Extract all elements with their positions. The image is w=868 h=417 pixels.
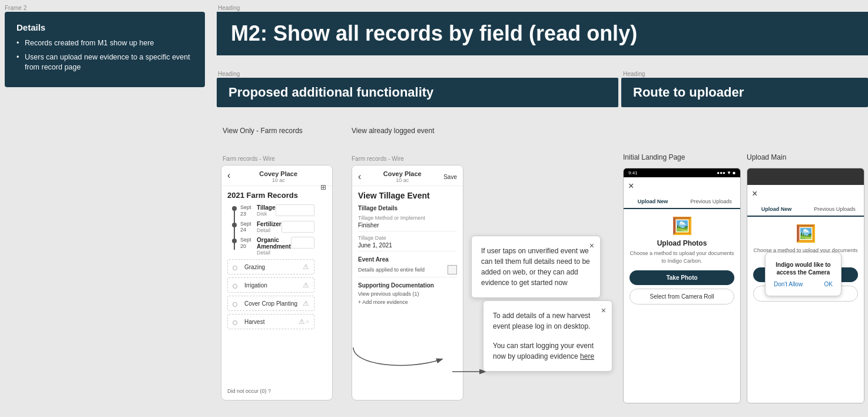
upload-main-tabs: Upload New Previous Uploads: [747, 203, 864, 217]
phone2-view-uploads[interactable]: View previous uploads (1): [358, 291, 457, 297]
landing-upload-body: 🖼️ Upload Photos Choose a method to uplo…: [624, 209, 740, 312]
phone2-field2-value: June 1, 2021: [358, 242, 457, 251]
popup2-link[interactable]: here: [580, 352, 594, 360]
timeline-content-1: Fertilizer Detail: [257, 221, 281, 233]
upload-main-tab-previous[interactable]: Previous Uploads: [806, 203, 864, 216]
landing-phone: 9:41 ●●● ▼ ■ × Upload New Previous Uploa…: [623, 168, 741, 403]
route-title: Route to uploader: [633, 85, 856, 100]
landing-close-icon[interactable]: ×: [628, 181, 634, 191]
upload-desc: Choose a method to upload your documents…: [630, 250, 734, 264]
proposed-section-heading: Proposed additional functionality: [217, 78, 618, 107]
tab-previous-uploads[interactable]: Previous Uploads: [682, 195, 740, 208]
dialog-buttons: Don't Allow OK: [774, 281, 833, 287]
dialog-title: Indigo would like to access the Camera: [774, 261, 833, 276]
phone2-area-checkbox: [448, 265, 457, 274]
popup1-text: If user taps on unverified event we can …: [481, 246, 591, 288]
upload-main-image-icon: 🖼️: [753, 224, 858, 243]
upload-main-tab-new[interactable]: Upload New: [747, 203, 806, 217]
popup2-modal: × To add details of a new harvest event …: [483, 300, 612, 372]
phone2-field2-label: Tillage Date: [358, 235, 457, 241]
unverified-0[interactable]: Grazing ⚠: [227, 259, 314, 274]
unverified-3[interactable]: Harvest ⚠ ○: [227, 314, 314, 329]
route-heading-label: Heading: [623, 71, 645, 77]
phone1-title: Covey Place: [227, 170, 326, 177]
status-signal: ●●● ▼ ■: [717, 170, 736, 176]
dialog-dont-allow[interactable]: Don't Allow: [774, 281, 803, 287]
status-time: 9:41: [628, 170, 638, 176]
dialog-ok[interactable]: OK: [824, 281, 833, 287]
popup2-text-line2: You can start logging your event now by …: [493, 340, 602, 362]
phone2-section2: Event Area: [358, 256, 457, 263]
details-title: Details: [16, 22, 193, 32]
proposed-title: Proposed additional functionality: [228, 85, 607, 100]
camera-dialog: Indigo would like to access the Camera D…: [765, 252, 842, 296]
phone2-field1-value: Finisher: [358, 222, 457, 231]
phone2-section1: Tillage Details: [358, 205, 457, 211]
phone1-back[interactable]: ‹: [227, 170, 230, 181]
camera-roll-button[interactable]: Select from Camera Roll: [630, 289, 734, 305]
phone2-section2-detail: Details applied to entire field: [358, 267, 425, 273]
timeline-item-1: Sept24 Fertilizer Detail: [232, 221, 314, 234]
upload-main-label: Upload Main: [747, 153, 786, 161]
timeline-date-1: Sept24: [240, 221, 257, 234]
upload-main-phone: × Upload New Previous Uploads 🖼️ Choose …: [747, 168, 864, 403]
route-section-heading: Route to uploader: [621, 78, 868, 107]
upload-main-close-icon[interactable]: ×: [752, 188, 757, 199]
timeline-date-0: Sept23: [240, 204, 257, 217]
unverified-2[interactable]: Cover Crop Planting ⚠: [227, 296, 314, 311]
details-list: Records created from M1 show up here Use…: [16, 38, 193, 73]
tab-upload-new[interactable]: Upload New: [624, 195, 682, 209]
timeline-content-2: Organic Amendment Detail: [257, 237, 291, 256]
timeline-item-2: Sept20 Organic Amendment Detail: [232, 237, 314, 256]
view-event-label: View already logged event: [352, 127, 435, 135]
main-heading-label: Heading: [218, 5, 240, 11]
phone2-back[interactable]: ‹: [358, 171, 361, 182]
details-item-1: Records created from M1 show up here: [16, 38, 193, 49]
phone2-body: View Tillage Event Tillage Details Tilla…: [352, 186, 463, 310]
popup1-close[interactable]: ×: [589, 241, 594, 250]
timeline-dot-1: [232, 223, 237, 227]
take-photo-button[interactable]: Take Photo: [630, 270, 734, 285]
phone1-section-title: 2021 Farm Records: [227, 191, 314, 200]
main-title: M2: Show all records by field (read only…: [231, 21, 854, 46]
phone2-title: Covey Place: [383, 170, 422, 177]
main-heading: M2: Show all records by field (read only…: [217, 12, 868, 55]
upload-image-icon: 🖼️: [630, 216, 734, 236]
popup1-modal: × If user taps on unverified event we ca…: [471, 236, 601, 298]
upload-main-body: 🖼️ Choose a method to upload your docume…: [747, 217, 864, 309]
details-panel: Details Records created from M1 show up …: [5, 12, 205, 87]
view-only-label: View Only - Farm records: [223, 127, 303, 135]
phone2-event-title: View Tillage Event: [358, 191, 457, 200]
timeline-content-0: Tillage Disk: [257, 204, 276, 217]
details-item-2: Users can upload new evidence to a speci…: [16, 52, 193, 73]
frame-label: Frame 2: [5, 5, 26, 11]
phone2-save[interactable]: Save: [443, 174, 457, 180]
phone1-settings-icon[interactable]: ⊞: [320, 183, 326, 191]
phone1-body: 2021 Farm Records Sept23 Tillage Disk Se…: [221, 186, 320, 337]
phone2-subtitle: 10 ac: [383, 177, 422, 183]
wire-label-1: Farm records - Wire: [223, 155, 275, 162]
phone2-header: ‹ Covey Place 10 ac Save: [352, 166, 463, 186]
timeline-dot-0: [232, 206, 237, 211]
wire-label-2: Farm records - Wire: [352, 155, 404, 162]
timeline-dot-2: [232, 239, 237, 243]
unverified-1[interactable]: Irrigation ⚠: [227, 277, 314, 293]
initial-landing-label: Initial Landing Page: [623, 153, 685, 161]
phone1-header: ‹ Covey Place 10 ac ⊞: [221, 166, 332, 186]
phone1-wireframe: ‹ Covey Place 10 ac ⊞ 2021 Farm Records …: [221, 165, 333, 401]
phone2-section3: Supporting Documentation: [358, 282, 457, 289]
phone2-add-evidence[interactable]: + Add more evidence: [358, 299, 457, 305]
phone1-subtitle: 10 ac: [227, 177, 326, 183]
popup2-close[interactable]: ×: [601, 306, 606, 315]
timeline-date-2: Sept20: [240, 237, 257, 250]
proposed-heading-label: Heading: [218, 71, 240, 77]
upload-title: Upload Photos: [630, 239, 734, 247]
phone2-field1-label: Tillage Method or Implement: [358, 215, 457, 221]
status-bar: 9:41 ●●● ▼ ■: [624, 168, 740, 177]
upload-tabs: Upload New Previous Uploads: [624, 195, 740, 209]
timeline-item-0: Sept23 Tillage Disk: [232, 204, 314, 217]
popup2-text-line1: To add details of a new harvest event pl…: [493, 310, 602, 332]
